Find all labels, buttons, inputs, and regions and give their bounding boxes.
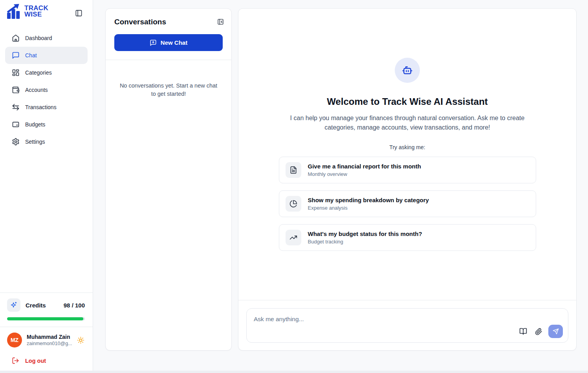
conversations-title: Conversations	[114, 18, 166, 26]
grid-icon	[12, 69, 20, 77]
credits-progress-bar	[7, 317, 85, 320]
sidebar-item-settings[interactable]: Settings	[5, 133, 88, 150]
sidebar-toggle-button[interactable]	[73, 8, 84, 18]
credits-progress-fill	[7, 317, 83, 320]
divider	[106, 60, 231, 60]
chat-input-bar	[238, 300, 576, 350]
sidebar-item-chat[interactable]: Chat	[5, 47, 88, 64]
home-icon	[12, 34, 20, 42]
suggestion-title: Give me a financial report for this mont…	[308, 163, 421, 170]
credits-label: Credits	[26, 302, 46, 309]
panel-close-icon	[217, 18, 224, 25]
sparkles-icon	[7, 298, 20, 312]
suggestion-list: Give me a financial report for this mont…	[279, 157, 536, 251]
logout-label: Log out	[25, 358, 46, 364]
user-profile-section: MZ Muhammad Zain zainmemon010@g...	[0, 327, 93, 353]
send-button[interactable]	[548, 325, 563, 338]
pie-chart-icon	[286, 196, 301, 212]
arrows-swap-icon	[12, 103, 20, 111]
chat-message-area: Welcome to Track Wise AI Assistant I can…	[238, 9, 576, 300]
suggestion-title: What's my budget status for this month?	[308, 230, 422, 237]
suggestion-subtitle: Budget tracking	[308, 239, 422, 245]
main-content: Conversations New Chat No conversations …	[93, 0, 588, 351]
paperclip-icon	[535, 328, 542, 335]
knowledge-button[interactable]	[517, 325, 529, 337]
message-plus-icon	[150, 39, 157, 46]
suggestion-budget-status[interactable]: What's my budget status for this month? …	[279, 224, 536, 251]
suggestion-title: Show my spending breakdown by category	[308, 197, 429, 203]
sidebar-nav: Dashboard Chat Categories	[0, 29, 93, 150]
sidebar-item-categories[interactable]: Categories	[5, 64, 88, 81]
trending-up-icon	[286, 230, 301, 245]
sidebar-item-label: Chat	[25, 52, 37, 59]
send-icon	[553, 328, 559, 335]
logo-chart-icon	[6, 4, 22, 19]
new-chat-button[interactable]: New Chat	[114, 34, 223, 51]
budget-wallet-icon	[12, 121, 20, 128]
sidebar-item-label: Settings	[25, 139, 45, 145]
app-title: TRACK WISE	[24, 5, 48, 18]
suggestion-financial-report[interactable]: Give me a financial report for this mont…	[279, 157, 536, 183]
conversations-empty-message: No conversations yet. Start a new chat t…	[119, 82, 218, 98]
theme-toggle-button[interactable]	[76, 335, 86, 345]
document-icon	[286, 162, 301, 178]
conversations-panel: Conversations New Chat No conversations …	[105, 8, 232, 351]
suggestion-subtitle: Expense analysis	[308, 205, 429, 211]
user-email: zainmemon010@g...	[27, 341, 72, 346]
suggestion-spending-breakdown[interactable]: Show my spending breakdown by category E…	[279, 190, 536, 217]
sidebar-item-label: Categories	[25, 69, 52, 76]
gear-icon	[12, 138, 20, 146]
chat-input-container	[246, 308, 568, 343]
sidebar-item-dashboard[interactable]: Dashboard	[5, 29, 88, 47]
sidebar-item-label: Budgets	[25, 121, 45, 128]
sidebar-item-label: Accounts	[25, 87, 48, 93]
sun-icon	[77, 336, 84, 344]
chat-bubble-icon	[12, 51, 20, 59]
sidebar-item-accounts[interactable]: Accounts	[5, 81, 88, 99]
bottom-scroll-strip	[0, 371, 588, 373]
try-asking-label: Try asking me:	[389, 144, 425, 150]
user-name: Muhammad Zain	[27, 334, 72, 340]
welcome-title: Welcome to Track Wise AI Assistant	[327, 96, 488, 107]
suggestion-subtitle: Monthly overview	[308, 171, 421, 177]
welcome-description: I can help you manage your finances thro…	[285, 113, 530, 132]
sidebar-item-budgets[interactable]: Budgets	[5, 116, 88, 133]
avatar: MZ	[7, 333, 22, 347]
attach-button[interactable]	[533, 326, 544, 337]
bot-avatar	[395, 58, 420, 83]
credits-value: 98 / 100	[64, 302, 85, 309]
sidebar: TRACK WISE Dashboard	[0, 0, 93, 373]
sidebar-item-label: Dashboard	[25, 35, 52, 41]
new-chat-label: New Chat	[161, 39, 187, 46]
chat-panel: Welcome to Track Wise AI Assistant I can…	[238, 8, 577, 351]
logout-button[interactable]: Log out	[0, 353, 93, 364]
credits-section: Credits 98 / 100	[0, 293, 93, 327]
panel-left-icon	[75, 9, 82, 17]
sidebar-item-transactions[interactable]: Transactions	[5, 99, 88, 116]
sidebar-item-label: Transactions	[25, 104, 57, 110]
book-open-icon	[519, 327, 527, 335]
wallet-icon	[12, 86, 20, 94]
logout-icon	[12, 357, 19, 364]
app-logo: TRACK WISE	[6, 4, 48, 19]
collapse-conversations-button[interactable]	[216, 17, 225, 26]
bot-icon	[401, 64, 413, 76]
